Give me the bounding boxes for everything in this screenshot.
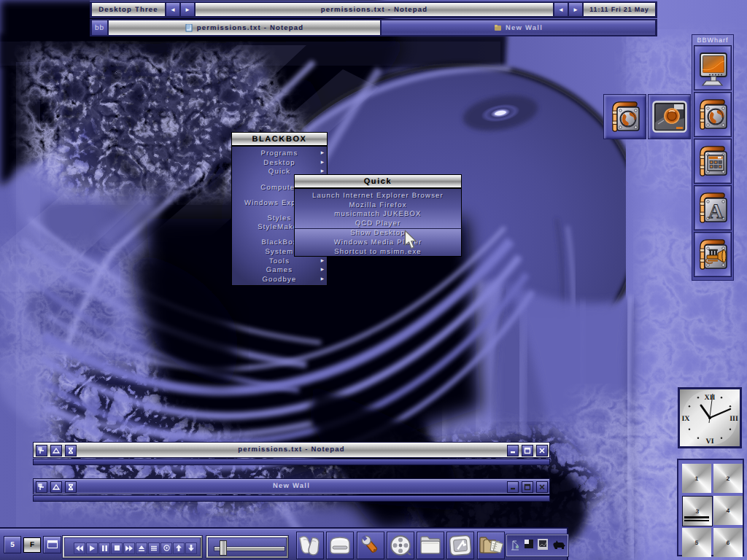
svg-text:A: A <box>708 201 724 223</box>
svg-text:IX: IX <box>681 415 690 423</box>
svg-text:XII: XII <box>704 394 715 402</box>
svg-text:III: III <box>729 415 738 423</box>
svg-text:VI: VI <box>705 438 713 446</box>
